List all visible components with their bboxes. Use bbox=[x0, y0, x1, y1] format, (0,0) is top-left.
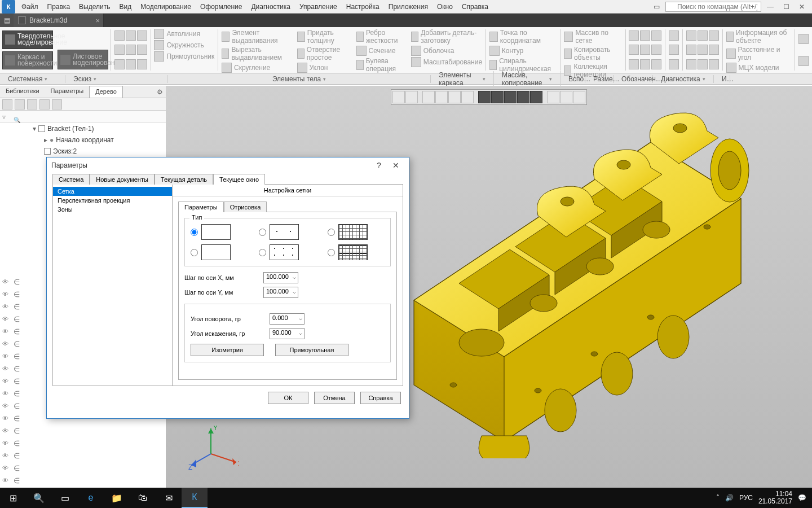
cmd-dist[interactable]: Расстояние и угол bbox=[725, 45, 793, 62]
tree-origin[interactable]: ▸●Начало координат bbox=[0, 134, 166, 146]
cmd-array[interactable]: Массив по сетке bbox=[563, 28, 623, 45]
vt-fit-icon[interactable] bbox=[461, 91, 474, 103]
cmd-shell[interactable]: Оболочка bbox=[410, 45, 483, 56]
menu-edit[interactable]: Правка bbox=[43, 1, 75, 12]
store-icon[interactable]: 🛍 bbox=[130, 488, 156, 508]
aux5-icon[interactable] bbox=[640, 45, 650, 55]
taskview-button[interactable]: ▭ bbox=[52, 488, 78, 508]
cancel-button[interactable]: Отмена bbox=[314, 392, 355, 404]
cmd-circle[interactable]: Окружность bbox=[153, 40, 215, 51]
subtab-params[interactable]: Параметры bbox=[178, 202, 224, 212]
tree-tb-4[interactable] bbox=[39, 99, 50, 110]
panel-tab-tree[interactable]: Дерево bbox=[89, 86, 123, 98]
cmd-point[interactable]: Точка по координатам bbox=[488, 28, 558, 45]
an6-icon[interactable] bbox=[709, 45, 719, 55]
vis-icon[interactable]: 👁 bbox=[2, 278, 11, 285]
explorer-icon[interactable]: 📁 bbox=[104, 488, 130, 508]
aux4-icon[interactable] bbox=[629, 45, 639, 55]
menu-design[interactable]: Оформление bbox=[196, 1, 246, 12]
vt-shade1-icon[interactable] bbox=[478, 91, 491, 103]
cmd-addpart[interactable]: Добавить деталь-заготовку bbox=[410, 28, 483, 45]
tree-root[interactable]: ▾Bracket (Тел-1) bbox=[0, 123, 166, 134]
tree-sketch[interactable]: Эскиз:2 bbox=[0, 146, 166, 157]
cmd-info[interactable]: Информация об объекте bbox=[725, 28, 793, 45]
aux3-icon[interactable] bbox=[651, 30, 661, 41]
input-stepy[interactable]: 100.000 bbox=[263, 287, 298, 298]
cmd-scale[interactable]: Масштабирование bbox=[410, 56, 483, 68]
subtab-render[interactable]: Отрисовка bbox=[224, 202, 267, 212]
command-search-input[interactable] bbox=[665, 2, 761, 12]
print-icon[interactable] bbox=[114, 45, 125, 55]
aux8-icon[interactable] bbox=[640, 59, 650, 69]
menu-window[interactable]: Окно bbox=[433, 1, 457, 12]
grid-type-3[interactable] bbox=[328, 224, 385, 240]
start-page-button[interactable]: ▤ bbox=[0, 14, 14, 27]
dialog-close-icon[interactable]: ✕ bbox=[387, 161, 404, 170]
cmd-hole[interactable]: Отверстие простое bbox=[296, 45, 351, 62]
m1-icon[interactable] bbox=[798, 34, 809, 44]
save-icon[interactable] bbox=[137, 30, 147, 41]
aux2-icon[interactable] bbox=[640, 30, 650, 41]
mode-surface[interactable]: Каркас и поверхности bbox=[2, 51, 53, 70]
kompas-taskbar-icon[interactable]: К bbox=[182, 488, 208, 508]
dim1-icon[interactable] bbox=[669, 30, 679, 41]
an3-icon[interactable] bbox=[709, 30, 719, 41]
cmd-draft[interactable]: Уклон bbox=[296, 62, 351, 73]
vt-shade2-icon[interactable] bbox=[491, 91, 504, 103]
toolbar-dropdown-icon[interactable]: ▭ bbox=[650, 1, 663, 12]
document-tab[interactable]: Bracket.m3d × bbox=[14, 14, 104, 27]
start-button[interactable]: ⊞ bbox=[0, 488, 26, 508]
vt-pan-icon[interactable] bbox=[435, 91, 448, 103]
menu-file[interactable]: Файл bbox=[17, 1, 43, 12]
cmd-rib[interactable]: Ребро жесткости bbox=[355, 28, 405, 45]
vt-ortho-icon[interactable] bbox=[405, 91, 418, 103]
dlg-tab-curwin[interactable]: Текущее окно bbox=[213, 174, 265, 185]
menu-diag[interactable]: Диагностика bbox=[246, 1, 295, 12]
section-array[interactable]: Массив, копирование▾ bbox=[494, 71, 561, 87]
vt-hidden-icon[interactable] bbox=[530, 91, 542, 103]
ok-button[interactable]: OК bbox=[268, 392, 308, 404]
tree-tb-5[interactable] bbox=[52, 99, 62, 110]
cmd-boolean[interactable]: Булева операция bbox=[355, 56, 405, 73]
cmd-extrude[interactable]: Элемент выдавливания bbox=[220, 28, 292, 45]
close-button[interactable]: ✕ bbox=[795, 1, 809, 12]
dlg-tab-newdocs[interactable]: Новые документы bbox=[90, 174, 155, 185]
section-body[interactable]: Элементы тела▾ bbox=[168, 75, 431, 83]
panel-tab-libs[interactable]: Библиотеки bbox=[0, 86, 45, 98]
section-frame[interactable]: Элементы каркаса▾ bbox=[431, 71, 494, 87]
search-button[interactable]: 🔍 bbox=[26, 488, 52, 508]
menu-view[interactable]: Вид bbox=[114, 1, 136, 12]
app-icon[interactable]: К bbox=[2, 0, 15, 14]
vt-persp-icon[interactable] bbox=[504, 91, 517, 103]
mode-solid[interactable]: Твердотельное моделирование bbox=[2, 30, 53, 49]
cmd-copy[interactable]: Копировать объекты bbox=[563, 45, 623, 62]
m2-icon[interactable] bbox=[798, 56, 809, 66]
section-annot[interactable]: Обозначен… bbox=[614, 75, 653, 83]
tab-close-icon[interactable]: × bbox=[95, 16, 100, 25]
an7-icon[interactable] bbox=[686, 59, 696, 69]
cmd-thicken[interactable]: Придать толщину bbox=[296, 28, 351, 45]
grid-type-5[interactable] bbox=[259, 244, 316, 260]
undo-icon[interactable] bbox=[126, 45, 136, 55]
edge-icon[interactable]: e bbox=[78, 488, 104, 508]
section-system[interactable]: Системная▾ bbox=[0, 75, 65, 83]
menu-apps[interactable]: Приложения bbox=[384, 1, 433, 12]
aux1-icon[interactable] bbox=[629, 30, 639, 41]
menu-help[interactable]: Справка bbox=[457, 1, 493, 12]
cmd-autoline[interactable]: Автолиния bbox=[153, 28, 215, 40]
aux7-icon[interactable] bbox=[629, 59, 639, 69]
cut-icon[interactable] bbox=[137, 59, 147, 69]
copy-icon[interactable] bbox=[114, 59, 125, 69]
cat-perspective[interactable]: Перспективная проекция bbox=[53, 196, 172, 205]
vt-wire-icon[interactable] bbox=[517, 91, 529, 103]
maximize-button[interactable]: ☐ bbox=[779, 1, 793, 12]
tray-chevron-icon[interactable]: ˄ bbox=[716, 494, 720, 502]
dlg-tab-curpart[interactable]: Текущая деталь bbox=[155, 174, 213, 185]
new-icon[interactable] bbox=[114, 30, 125, 41]
help-button[interactable]: Справка bbox=[360, 392, 401, 404]
grid-type-2[interactable] bbox=[259, 224, 316, 240]
section-aux[interactable]: Вспо… bbox=[561, 75, 585, 83]
mode-sheet[interactable]: Листовое моделирование bbox=[58, 50, 108, 69]
an5-icon[interactable] bbox=[698, 45, 708, 55]
tray-volume-icon[interactable]: 🔊 bbox=[725, 494, 734, 502]
